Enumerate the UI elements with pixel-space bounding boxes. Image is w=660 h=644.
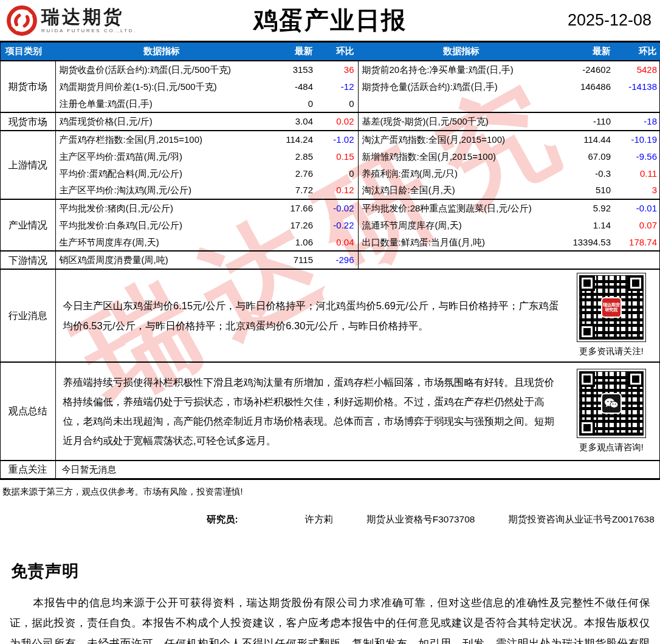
chg-cell: -10.19 — [614, 131, 660, 148]
latest-cell: 17.66 — [268, 199, 317, 217]
chg-cell: 0.07 — [614, 217, 660, 234]
table-row: 主产区平均价:淘汰鸡(周,元/公斤) 7.72 0.12 淘汰鸡日龄:全国(月,… — [1, 182, 660, 199]
main-table: 项目类别 数据指标 最新 环比 数据指标 最新 环比 期货市场 期货收盘价(活跃… — [1, 43, 660, 480]
chg-cell: 36 — [317, 61, 358, 78]
chg-cell: -12 — [317, 78, 358, 95]
chg-cell: 3 — [614, 182, 660, 199]
indicator-cell: 平均批发价:白条鸡(日,元/公斤) — [55, 217, 268, 234]
chg-cell: -0.01 — [614, 199, 660, 217]
chg-cell: 0 — [317, 95, 358, 113]
latest-cell: 13394.53 — [565, 234, 614, 252]
section-category: 行业消息 — [1, 269, 55, 362]
indicator-cell: 期货前20名持仓:净买单量:鸡蛋(日,手) — [358, 61, 565, 78]
table-row: 主产区平均价:蛋鸡苗(周,元/羽) 2.85 0.15 新增雏鸡指数:全国(月,… — [1, 148, 660, 165]
latest-cell: 146486 — [565, 78, 614, 95]
table-row: 现货市场 鸡蛋现货价格(日,元/斤) 3.04 0.02 基差(现货-期货)(日… — [1, 112, 660, 131]
latest-cell: 1.14 — [565, 217, 614, 234]
latest-cell: 0 — [268, 95, 317, 113]
disclaimer-body: 本报告中的信息均来源于公开可获得资料，瑞达期货股份有限公司力求准确可靠，但对这些… — [10, 593, 650, 644]
indicator-cell: 产蛋鸡存栏指数:全国(月,2015=100) — [55, 131, 268, 148]
latest-cell: 7115 — [268, 251, 317, 269]
indicator-cell: 平均批发价:28种重点监测蔬菜(日,元/公斤) — [358, 199, 565, 217]
col-header-chg-left: 环比 — [317, 43, 358, 61]
chg-cell: -296 — [317, 251, 358, 269]
latest-cell: 3153 — [268, 61, 317, 78]
indicator-cell: 注册仓单量:鸡蛋(日,手) — [55, 95, 268, 113]
chg-cell: -0.02 — [317, 199, 358, 217]
col-header-latest-right: 最新 — [565, 43, 614, 61]
chg-cell: -9.56 — [614, 148, 660, 165]
focus-row: 重点关注 今日暂无消息 — [1, 461, 660, 479]
latest-cell — [565, 95, 614, 113]
table-header-row: 项目类别 数据指标 最新 环比 数据指标 最新 环比 — [1, 43, 660, 61]
page-title: 鸡蛋产业日报 — [0, 4, 660, 37]
latest-cell: 3.04 — [268, 112, 317, 131]
report-page: 瑞达研究 瑞达期货 RUIDA FUTURES CO.,LTD. 鸡蛋产业日报 … — [0, 0, 660, 644]
section-category: 上游情况 — [1, 131, 55, 199]
chg-cell: 0 — [317, 165, 358, 182]
chg-cell: 0.04 — [317, 234, 358, 252]
chg-cell: 5428 — [614, 61, 660, 78]
latest-cell — [565, 251, 614, 269]
table-row: 平均价:蛋鸡配合料(周,元/公斤) 2.76 0 养殖利润:蛋鸡(周,元/只) … — [1, 165, 660, 182]
table-row: 生产环节周度库存(周,天) 1.06 0.04 出口数量:鲜鸡蛋:当月值(月,吨… — [1, 234, 660, 252]
chg-cell: 0.11 — [614, 165, 660, 182]
indicator-cell: 平均批发价:猪肉(日,元/公斤) — [55, 199, 268, 217]
indicator-cell: 期货收盘价(活跃合约):鸡蛋(日,元/500千克) — [55, 61, 268, 78]
news-row: 行业消息 今日主产区山东鸡蛋均价6.15元/公斤，与昨日价格持平；河北鸡蛋均价5… — [1, 269, 660, 362]
chg-cell: 0.12 — [317, 182, 358, 199]
news-qr-code: 瑞达期货 研究院 — [577, 273, 645, 341]
latest-cell: 67.09 — [565, 148, 614, 165]
section-category: 期货市场 — [1, 61, 55, 112]
chg-cell — [614, 251, 660, 269]
indicator-cell: 平均价:蛋鸡配合料(周,元/公斤) — [55, 165, 268, 182]
col-header-chg-right: 环比 — [614, 43, 660, 61]
indicator-cell: 主产区平均价:淘汰鸡(周,元/公斤) — [55, 182, 268, 199]
col-header-indicator-right: 数据指标 — [358, 43, 565, 61]
summary-qr-block: 更多观点请咨询! — [568, 369, 655, 454]
qr-finder-icon — [628, 275, 644, 291]
indicator-cell: 期货持仓量(活跃合约):鸡蛋(日,手) — [358, 78, 565, 95]
indicator-cell: 鸡蛋期货月间价差(1-5):(日,元/500千克) — [55, 78, 268, 95]
indicator-cell: 鸡蛋现货价格(日,元/斤) — [55, 112, 268, 131]
latest-cell: 2.76 — [268, 165, 317, 182]
indicator-cell: 出口数量:鲜鸡蛋:当月值(月,吨) — [358, 234, 565, 252]
main-table-wrap: 项目类别 数据指标 最新 环比 数据指标 最新 环比 期货市场 期货收盘价(活跃… — [0, 41, 660, 480]
latest-cell: 17.26 — [268, 217, 317, 234]
qualification-no: 期货从业资格号F3073708 — [366, 513, 475, 526]
news-qr-caption: 更多资讯请关注! — [579, 345, 644, 358]
qr-finder-icon — [579, 371, 595, 387]
table-row: 鸡蛋期货月间价差(1-5):(日,元/500千克) -484 -12 期货持仓量… — [1, 78, 660, 95]
chg-cell: -0.22 — [317, 217, 358, 234]
chg-cell: -14138 — [614, 78, 660, 95]
table-row: 上游情况 产蛋鸡存栏指数:全国(月,2015=100) 114.24 -1.02… — [1, 131, 660, 148]
indicator-cell: 淘汰产蛋鸡指数:全国(月,2015=100) — [358, 131, 565, 148]
chg-cell — [614, 95, 660, 113]
focus-text: 今日暂无消息 — [55, 461, 660, 479]
researcher-name: 许方莉 — [305, 513, 334, 526]
col-header-category: 项目类别 — [1, 43, 55, 61]
disclaimer-section: 免责声明 本报告中的信息均来源于公开可获得资料，瑞达期货股份有限公司力求准确可靠… — [0, 560, 660, 644]
indicator-cell: 淘汰鸡日龄:全国(月,天) — [358, 182, 565, 199]
news-text: 今日主产区山东鸡蛋均价6.15元/公斤，与昨日价格持平；河北鸡蛋均价5.69元/… — [62, 292, 569, 338]
summary-qr-code — [577, 369, 645, 437]
researcher-label: 研究员: — [207, 513, 238, 526]
indicator-cell: 主产区平均价:蛋鸡苗(周,元/羽) — [55, 148, 268, 165]
qr-finder-icon — [579, 324, 595, 340]
latest-cell: 5.92 — [565, 199, 614, 217]
researcher-line: 研究员: 许方莉 期货从业资格号F3073708 期货投资咨询从业证书号Z001… — [207, 513, 660, 526]
table-row: 下游情况 销区鸡蛋周度消费量(周,吨) 7115 -296 — [1, 251, 660, 269]
section-category: 下游情况 — [1, 251, 55, 269]
wechat-icon — [601, 393, 622, 414]
section-category: 观点总结 — [1, 362, 55, 461]
col-header-latest-left: 最新 — [268, 43, 317, 61]
risk-note: 数据来源于第三方，观点仅供参考。市场有风险，投资需谨慎! — [0, 480, 660, 498]
news-qr-block: 瑞达期货 研究院 更多资讯请关注! — [568, 273, 655, 358]
table-row: 注册仓单量:鸡蛋(日,手) 0 0 — [1, 95, 660, 113]
section-category: 重点关注 — [1, 461, 55, 479]
qr-finder-icon — [579, 275, 595, 291]
latest-cell: 2.85 — [268, 148, 317, 165]
latest-cell: 510 — [565, 182, 614, 199]
latest-cell: -484 — [268, 78, 317, 95]
table-row: 产业情况 平均批发价:猪肉(日,元/公斤) 17.66 -0.02 平均批发价:… — [1, 199, 660, 217]
